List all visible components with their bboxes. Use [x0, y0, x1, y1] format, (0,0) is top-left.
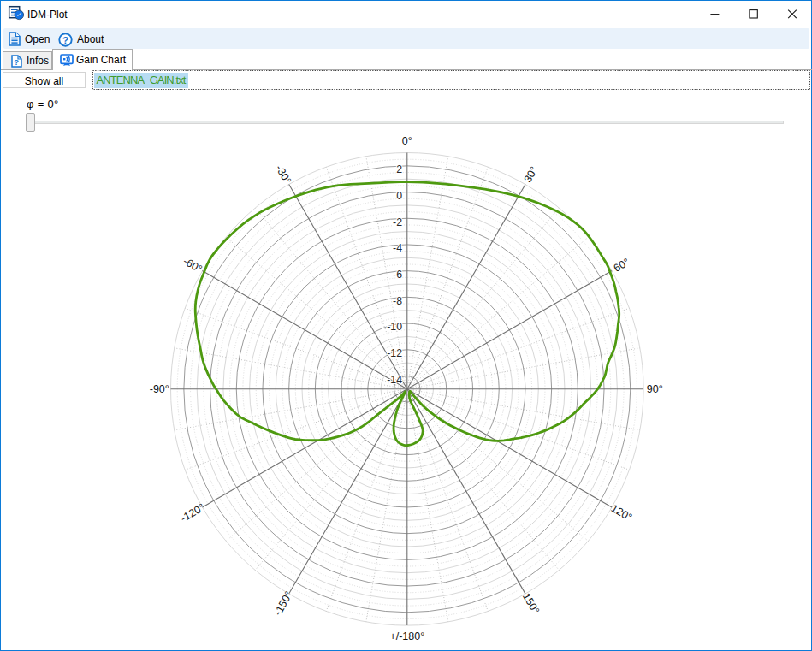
svg-text:-150°: -150°	[272, 589, 295, 618]
svg-text:120°: 120°	[609, 502, 634, 524]
svg-text:30°: 30°	[522, 164, 541, 184]
svg-text:-4: -4	[393, 242, 402, 254]
svg-text:-120°: -120°	[179, 501, 207, 524]
svg-text:-30°: -30°	[273, 163, 293, 186]
svg-text:-8: -8	[393, 295, 402, 307]
svg-text:2: 2	[396, 163, 402, 175]
svg-text:?: ?	[14, 57, 19, 67]
svg-text:-60°: -60°	[181, 255, 204, 275]
svg-text:60°: 60°	[612, 256, 631, 275]
svg-text:0°: 0°	[402, 135, 412, 147]
svg-text:90°: 90°	[647, 383, 663, 395]
svg-text:0: 0	[396, 190, 402, 202]
svg-text:-2: -2	[393, 216, 402, 228]
svg-text:?: ?	[62, 35, 68, 45]
svg-text:-6: -6	[393, 269, 402, 281]
svg-text:-12: -12	[387, 347, 402, 359]
svg-text:150°: 150°	[520, 591, 542, 616]
svg-text:-14: -14	[387, 374, 402, 386]
svg-text:-10: -10	[387, 321, 402, 333]
svg-text:+/-180°: +/-180°	[389, 630, 424, 642]
svg-text:-90°: -90°	[150, 383, 169, 395]
